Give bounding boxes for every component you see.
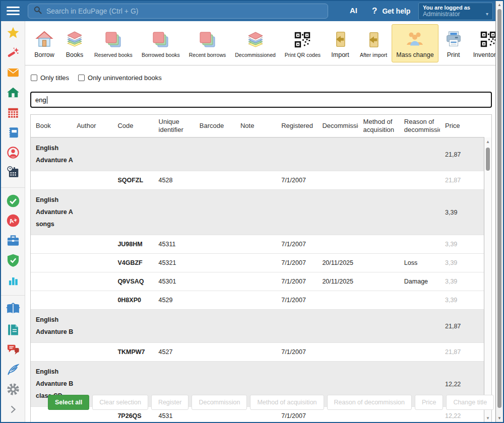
column-header-note[interactable]: Note (235, 115, 276, 137)
shield-check-icon[interactable] (6, 253, 21, 268)
toolbar-item-recent-borrows[interactable]: Recent borrows (184, 24, 231, 62)
checkbox-only-titles[interactable]: Only titles (31, 74, 69, 82)
chat-bubbles-icon[interactable] (6, 342, 21, 357)
cell-price: 3,39 (440, 241, 484, 248)
mass-change-actions: Select allClear selectionRegisterDecommi… (48, 395, 504, 410)
method-of-acquisition-button[interactable]: Method of acquisition (250, 395, 324, 410)
column-header-unique-identifier[interactable]: Unique identifier (154, 115, 195, 137)
page-scroll-down-icon[interactable]: ▼ (496, 416, 503, 420)
cell-reason-of-decommission: Loss (399, 259, 440, 266)
person-icon[interactable] (6, 145, 21, 160)
check-circle-icon[interactable] (6, 193, 21, 208)
envelope-icon[interactable] (6, 65, 21, 80)
page-scrollbar-thumb[interactable] (497, 9, 501, 408)
toolbar-item-mass-change[interactable]: Mass change (392, 24, 438, 62)
table-row-title[interactable]: EnglishAdvanture A21,87 (31, 137, 484, 171)
column-header-author[interactable]: Author (72, 115, 112, 137)
toolbar-item-print-qr-codes[interactable]: Print QR codes (280, 24, 325, 62)
page-scroll-up-icon[interactable]: ▲ (496, 3, 503, 7)
select-all-button[interactable]: Select all (48, 395, 89, 410)
toolbar-item-print[interactable]: Print (438, 24, 469, 62)
toolbar-item-reserved-books[interactable]: Reserved books (90, 24, 137, 62)
text-cursor (47, 96, 47, 104)
column-header-code[interactable]: Code (112, 115, 153, 137)
column-header-method-of-acquisition[interactable]: Method of acquisition (358, 115, 399, 137)
column-header-reason-of-decommission[interactable]: Reason of decommission (399, 115, 440, 137)
checkbox-box[interactable] (78, 75, 85, 81)
chevron-down-icon: ▾ (486, 11, 488, 17)
scroll-down-icon[interactable]: ▼ (484, 416, 491, 420)
grade-aplus-icon[interactable]: A+ (6, 214, 21, 228)
column-header-barcode[interactable]: Barcode (195, 115, 235, 137)
cell-unique-identifier: 45311 (154, 241, 195, 248)
clear-selection-button[interactable]: Clear selection (92, 395, 148, 410)
toolbar-item-import[interactable]: Import (325, 24, 355, 62)
toolbar-item-label: Borrowed books (142, 52, 180, 58)
reason-of-decommission-button[interactable]: Reason of decommission (327, 395, 412, 410)
column-header-book[interactable]: Book (31, 115, 72, 137)
gear-icon[interactable] (6, 382, 21, 397)
top-bar: Search in EduPage (Ctrl + G) AI ? Get he… (1, 1, 495, 21)
checkbox-only-uninventoried-books[interactable]: Only uninventoried books (78, 74, 162, 82)
ai-button[interactable]: AI (350, 6, 357, 15)
toolbar-item-label: Borrow (34, 51, 54, 58)
calendar-clock-icon[interactable] (6, 165, 21, 180)
table-row-title[interactable]: EnglishAdvanture Asongs3,39 (31, 189, 484, 235)
global-search-input[interactable]: Search in EduPage (Ctrl + G) (28, 4, 328, 19)
toolbar-item-label: Decommissioned (235, 52, 276, 58)
cell-registered: 7/1/2007 (276, 348, 317, 356)
star-icon[interactable] (6, 26, 21, 40)
home-icon[interactable] (6, 86, 21, 100)
table-row-copy[interactable]: V4GBZF453217/1/200720/11/2025Loss3,39 (31, 253, 484, 272)
magic-wand-icon[interactable] (6, 46, 21, 60)
decommission-button[interactable]: Decommission (192, 395, 247, 410)
book-search-input[interactable]: eng (30, 92, 492, 108)
get-help-button[interactable]: ? Get help (372, 6, 410, 16)
table-row-copy[interactable]: Q9VSAQ453017/1/200720/11/2025Damage3,39 (31, 272, 484, 291)
library-book-icon[interactable] (6, 302, 21, 317)
cell-registered: 7/1/2007 (276, 278, 317, 285)
toolbar-item-borrowed-books[interactable]: Borrowed books (137, 24, 184, 62)
checkbox-label: Only uninventoried books (88, 74, 162, 82)
cell-price: 3,39 (440, 297, 484, 304)
table-row-copy[interactable]: SQOFZL45287/1/200721,87 (31, 171, 484, 189)
toolbar-item-label: Mass change (396, 51, 433, 58)
price-button[interactable]: Price (415, 395, 443, 410)
book-title: EnglishAdvanture B (31, 310, 440, 342)
expand-chevron-icon[interactable] (6, 402, 21, 416)
logged-as-label: You are logged as (423, 5, 488, 11)
search-icon (33, 6, 42, 17)
checkbox-box[interactable] (31, 75, 37, 81)
toolbar-item-books[interactable]: Books (59, 24, 90, 62)
change-title-button[interactable]: Change title (446, 395, 494, 410)
bar-chart-icon[interactable] (6, 273, 21, 288)
column-header-registered[interactable]: Registered (276, 115, 317, 137)
page-scrollbar[interactable]: ▲ ▼ (495, 1, 503, 422)
timetable-grid-icon[interactable] (6, 105, 21, 120)
cell-code: 0H8XP0 (112, 297, 153, 304)
toolbar-item-borrow[interactable]: Borrow (29, 24, 59, 62)
toolbar-item-label: Recent borrows (189, 52, 226, 58)
table-row-title[interactable]: EnglishAdvanture B21,87 (31, 309, 484, 342)
documents-icon[interactable] (6, 322, 21, 337)
column-header-price[interactable]: Price (440, 115, 484, 137)
pen-icon[interactable] (6, 362, 21, 377)
import-arrow-icon (363, 29, 384, 50)
register-button[interactable]: Register (151, 395, 189, 410)
briefcase-icon[interactable] (6, 234, 21, 248)
hamburger-menu-icon[interactable] (7, 7, 20, 16)
table-scrollbar[interactable]: ▲ ▼ (484, 137, 491, 422)
logged-in-user-dropdown[interactable]: You are logged as Administrator ▾ (418, 3, 493, 20)
notebook-icon[interactable] (6, 125, 21, 140)
table-row-copy[interactable]: 0H8XP045297/1/20073,39 (31, 291, 484, 309)
table-body: EnglishAdvanture A21,87SQOFZL45287/1/200… (31, 137, 484, 422)
scroll-up-icon[interactable]: ▲ (484, 139, 491, 144)
toolbar-item-label: Reserved books (94, 52, 133, 58)
table-row-copy[interactable]: JU98HM453117/1/20073,39 (31, 235, 484, 253)
table-row-copy[interactable]: TKMPW745277/1/200721,87 (31, 342, 484, 361)
printer-icon (443, 29, 464, 50)
toolbar-item-decommissioned[interactable]: Decommissioned (230, 24, 280, 62)
table-scrollbar-thumb[interactable] (486, 148, 490, 171)
column-header-decommissioned[interactable]: Decommissioned (317, 115, 358, 137)
toolbar-item-after-import[interactable]: After import (355, 24, 392, 62)
